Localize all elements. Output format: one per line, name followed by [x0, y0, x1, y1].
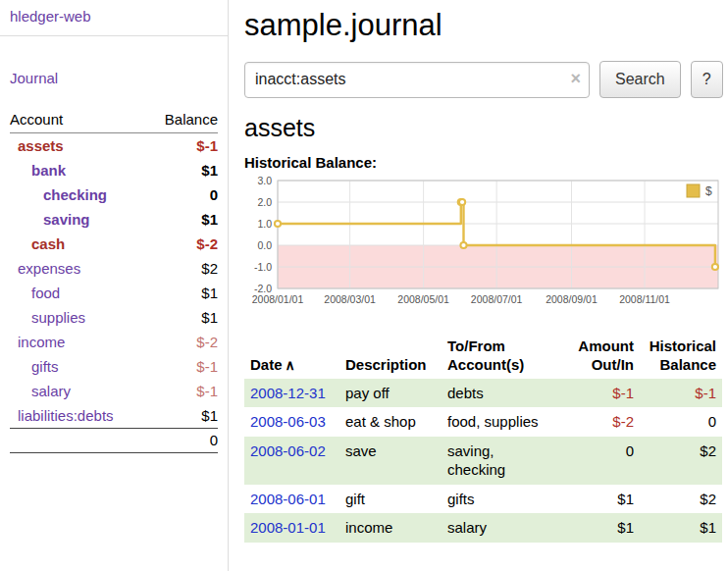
- balance-chart: $2008/01/012008/03/012008/05/012008/07/0…: [244, 173, 722, 326]
- sort-asc-icon: ∧: [286, 357, 295, 373]
- account-row: assets $-1: [10, 133, 218, 158]
- description-cell: save: [339, 437, 442, 485]
- account-row: expenses $2: [10, 256, 218, 281]
- register-header-balance: Historical Balance: [640, 334, 722, 379]
- account-balance: $-1: [196, 137, 218, 154]
- brand: hledger-web: [0, 0, 228, 36]
- account-row: checking 0: [10, 182, 218, 207]
- register-header-row: Date∧ Description To/From Account(s) Amo…: [244, 334, 722, 379]
- search-box: ×: [244, 62, 590, 98]
- register-header-amount: Amount Out/In: [569, 334, 640, 379]
- account-row: saving $1: [10, 207, 218, 232]
- account-balance: $-1: [196, 358, 218, 375]
- app-root: hledger-web Journal Account Balance asse…: [0, 0, 728, 571]
- tofrom-cell: saving, checking: [442, 437, 569, 485]
- accounts-header: Account Balance: [10, 107, 218, 133]
- register-row: 2008-12-31 pay off debts $-1 $-1: [244, 379, 722, 408]
- account-row: supplies $1: [10, 305, 218, 330]
- help-button[interactable]: ?: [691, 61, 723, 98]
- account-balance: $-2: [196, 235, 218, 252]
- account-link-saving[interactable]: saving: [10, 211, 90, 228]
- svg-text:2.0: 2.0: [257, 196, 272, 208]
- account-row: liabilities:debts $1: [10, 403, 218, 428]
- clear-search-icon[interactable]: ×: [570, 69, 581, 88]
- account-link-salary[interactable]: salary: [10, 383, 71, 399]
- account-balance: $2: [201, 260, 218, 277]
- page-title: sample.journal: [244, 8, 722, 43]
- app-title-link[interactable]: hledger-web: [10, 8, 91, 25]
- account-link-expenses[interactable]: expenses: [10, 260, 80, 277]
- description-cell: eat & shop: [339, 407, 442, 437]
- register-header-date[interactable]: Date∧: [244, 334, 339, 379]
- chart-title: Historical Balance:: [244, 154, 722, 171]
- amount-cell: $-2: [569, 407, 640, 437]
- account-balance: $1: [201, 162, 218, 179]
- description-cell: pay off: [339, 379, 442, 408]
- svg-text:-1.0: -1.0: [254, 261, 272, 273]
- account-link-gifts[interactable]: gifts: [10, 358, 59, 375]
- search-form: × Search ?: [244, 61, 722, 98]
- account-link-checking[interactable]: checking: [10, 186, 107, 203]
- balance-chart-svg: $2008/01/012008/03/012008/05/012008/07/0…: [244, 173, 722, 322]
- accounts-header-balance: Balance: [165, 111, 218, 128]
- account-balance: $-1: [196, 383, 218, 399]
- register-row: 2008-06-01 gift gifts $1 $2: [244, 485, 722, 514]
- date-link[interactable]: 2008-06-02: [250, 442, 326, 459]
- balance-cell: $2: [640, 437, 722, 485]
- date-cell: 2008-06-02: [244, 437, 339, 485]
- account-link-assets[interactable]: assets: [10, 137, 64, 154]
- date-header-label: Date: [250, 356, 283, 373]
- register-row: 2008-01-01 income salary $1 $1: [244, 513, 722, 543]
- accounts-table: Account Balance assets $-1 bank $1 check…: [10, 107, 218, 453]
- account-row: income $-2: [10, 330, 218, 354]
- svg-text:-2.0: -2.0: [254, 283, 272, 294]
- account-link-liabilities-debts[interactable]: liabilities:debts: [10, 407, 114, 424]
- date-cell: 2008-06-03: [244, 407, 339, 437]
- nav-journal-link[interactable]: Journal: [10, 70, 58, 86]
- account-row: food $1: [10, 281, 218, 305]
- date-link[interactable]: 2008-06-01: [250, 491, 326, 507]
- svg-text:2008/01/01: 2008/01/01: [252, 293, 304, 305]
- balance-cell: $2: [640, 485, 722, 514]
- date-link[interactable]: 2008-06-03: [250, 413, 326, 430]
- svg-text:3.0: 3.0: [257, 175, 272, 186]
- date-cell: 2008-01-01: [244, 513, 339, 543]
- register-row: 2008-06-02 save saving, checking 0 $2: [244, 437, 722, 485]
- account-row: bank $1: [10, 158, 218, 182]
- search-button[interactable]: Search: [599, 61, 681, 98]
- account-link-bank[interactable]: bank: [10, 162, 66, 179]
- sidebar: hledger-web Journal Account Balance asse…: [0, 0, 229, 571]
- sidebar-nav: Journal: [10, 70, 218, 87]
- date-link[interactable]: 2008-12-31: [250, 385, 326, 401]
- account-row: cash $-2: [10, 232, 218, 256]
- account-balance: 0: [210, 186, 218, 203]
- date-link[interactable]: 2008-01-01: [250, 519, 326, 536]
- register-header-description: Description: [339, 334, 442, 379]
- tofrom-cell: gifts: [442, 485, 569, 514]
- tofrom-cell: debts: [442, 379, 569, 408]
- account-balance: $1: [201, 309, 218, 326]
- svg-text:0.0: 0.0: [257, 239, 272, 251]
- accounts-total: 0: [210, 432, 218, 448]
- account-link-cash[interactable]: cash: [10, 235, 65, 252]
- svg-text:2008/09/01: 2008/09/01: [546, 293, 598, 305]
- date-cell: 2008-12-31: [244, 379, 339, 408]
- balance-cell: 0: [640, 407, 722, 437]
- account-link-supplies[interactable]: supplies: [10, 309, 85, 326]
- description-cell: income: [339, 513, 442, 543]
- register-row: 2008-06-03 eat & shop food, supplies $-2…: [244, 407, 722, 437]
- register-header-tofrom: To/From Account(s): [442, 334, 569, 379]
- account-balance: $-2: [196, 334, 218, 350]
- description-cell: gift: [339, 485, 442, 514]
- account-heading: assets: [244, 114, 722, 142]
- accounts-header-account: Account: [10, 111, 63, 128]
- search-input[interactable]: [244, 62, 590, 98]
- balance-cell: $-1: [640, 379, 722, 408]
- account-row: salary $-1: [10, 379, 218, 403]
- account-link-food[interactable]: food: [10, 285, 60, 301]
- svg-text:2008/11/01: 2008/11/01: [619, 293, 670, 305]
- tofrom-cell: salary: [442, 513, 569, 543]
- accounts-total-row: 0: [10, 428, 218, 453]
- account-link-income[interactable]: income: [10, 334, 65, 350]
- register-table: Date∧ Description To/From Account(s) Amo…: [244, 334, 722, 543]
